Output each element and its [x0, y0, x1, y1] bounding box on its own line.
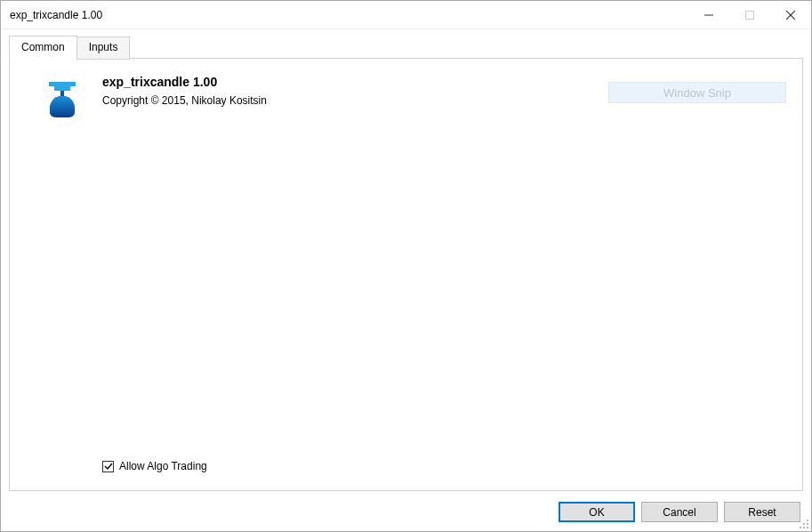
allow-algo-label: Allow Algo Trading: [119, 460, 207, 472]
svg-rect-4: [60, 91, 64, 96]
allow-algo-checkbox[interactable]: [102, 461, 114, 472]
svg-point-5: [807, 520, 808, 521]
titlebar: exp_trixcandle 1.00: [1, 1, 811, 29]
window-title: exp_trixcandle 1.00: [10, 9, 688, 21]
svg-point-9: [803, 527, 805, 528]
svg-point-7: [807, 523, 808, 525]
tab-inputs[interactable]: Inputs: [76, 36, 131, 60]
expert-icon: [44, 77, 81, 114]
resize-grip-icon[interactable]: [799, 519, 809, 529]
svg-point-8: [800, 527, 801, 528]
window-controls: [688, 1, 811, 28]
reset-button[interactable]: Reset: [724, 502, 800, 522]
tab-common[interactable]: Common: [9, 36, 77, 59]
content-area: Common Inputs ex: [9, 36, 803, 491]
svg-point-10: [807, 527, 808, 528]
ok-button[interactable]: OK: [559, 502, 635, 522]
svg-point-6: [803, 523, 805, 525]
allow-algo-row[interactable]: Allow Algo Trading: [102, 460, 207, 472]
close-button[interactable]: [770, 1, 811, 28]
svg-rect-1: [746, 11, 754, 19]
window-snip-overlay: Window Snip: [608, 82, 786, 103]
tab-panel-common: exp_trixcandle 1.00 Copyright © 2015, Ni…: [9, 58, 803, 491]
dialog-buttons: OK Cancel Reset: [559, 502, 800, 522]
minimize-button[interactable]: [688, 1, 729, 28]
tab-bar: Common Inputs: [9, 36, 803, 59]
cancel-button[interactable]: Cancel: [641, 502, 718, 522]
maximize-button[interactable]: [729, 1, 770, 28]
